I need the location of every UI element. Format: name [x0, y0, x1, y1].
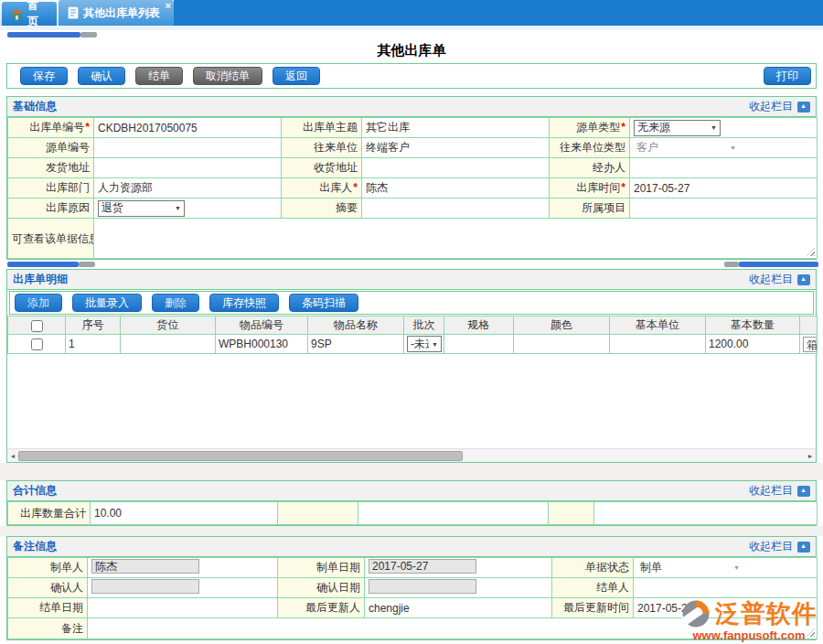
stock-snapshot-button[interactable]: 库存快照: [209, 294, 279, 312]
select-all-checkbox[interactable]: [31, 320, 43, 332]
spec-cell[interactable]: [444, 335, 514, 354]
collapse-detail-button[interactable]: 收起栏目: [749, 272, 810, 287]
required-icon: *: [621, 121, 625, 134]
summary-label: 摘要: [282, 199, 362, 219]
basic-row-1: 出库单编号* CKDBH2017050075 出库单主题 其它出库 源单类型* …: [8, 118, 818, 138]
recv-addr-field[interactable]: [362, 158, 550, 178]
scrollbar-bar[interactable]: [7, 32, 80, 38]
required-icon: *: [621, 181, 625, 194]
make-date-label: 制单日期: [278, 558, 365, 578]
source-type-select[interactable]: 无来源: [634, 120, 721, 136]
home-icon: [11, 8, 23, 20]
base-unit-cell[interactable]: [610, 335, 706, 354]
location-cell[interactable]: [121, 335, 216, 354]
resize-handle-icon[interactable]: [807, 628, 815, 637]
back-button[interactable]: 返回: [273, 67, 320, 85]
subject-field[interactable]: 其它出库: [362, 118, 550, 138]
col-item-no: 物品编号: [216, 317, 308, 335]
scrollbar-thumb[interactable]: [79, 262, 95, 267]
scrollbar-bar[interactable]: [739, 262, 818, 267]
settler-label: 结单人: [552, 578, 634, 598]
scroll-left-icon[interactable]: ◂: [8, 451, 17, 461]
col-base-qty: 基本数量: [706, 317, 800, 335]
confirm-button[interactable]: 确认: [78, 67, 125, 85]
col-spec: 规格: [444, 317, 514, 335]
section-gap: [0, 526, 823, 536]
dept-field[interactable]: 人力资源部: [94, 178, 282, 199]
batch-entry-button[interactable]: 批量录入: [72, 294, 142, 312]
section-basic: 基础信息 收起栏目 出库单编号* CKDBH2017050075 出库单主题 其…: [6, 96, 817, 260]
close-icon[interactable]: ×: [166, 1, 171, 10]
empty-label: [278, 502, 358, 525]
order-no-field[interactable]: CKDBH2017050075: [94, 118, 282, 138]
barcode-scan-button[interactable]: 条码扫描: [289, 294, 358, 312]
color-cell[interactable]: [514, 335, 610, 354]
collapse-label: 收起栏目: [749, 272, 793, 287]
section-detail-header: 出库单明细 收起栏目: [7, 270, 816, 290]
resize-handle-icon[interactable]: [807, 248, 815, 256]
settler-field[interactable]: [634, 578, 818, 598]
add-row-button[interactable]: 添加: [15, 294, 62, 312]
base-qty-cell[interactable]: 1200.00: [706, 335, 800, 354]
settle-button[interactable]: 结单: [135, 67, 183, 85]
item-no-cell[interactable]: WPBH000130: [216, 335, 308, 354]
out-time-field[interactable]: 2017-05-27: [630, 178, 818, 199]
total-qty-field[interactable]: 10.00: [91, 502, 278, 525]
collapse-remark-button[interactable]: 收起栏目: [749, 539, 810, 554]
top-scrollbar: [0, 30, 823, 39]
tab-home[interactable]: 首页: [2, 2, 57, 26]
viewers-field[interactable]: [94, 219, 818, 259]
agent-field[interactable]: [630, 158, 818, 178]
out-time-label: 出库时间*: [550, 178, 630, 199]
project-label: 所属项目: [550, 199, 630, 219]
partner-type-select[interactable]: 客户: [634, 140, 739, 156]
project-field[interactable]: [630, 199, 818, 219]
scrollbar-thumb[interactable]: [18, 451, 463, 461]
main-toolbar: 保存 确认 结单 取消结单 返回 打印: [6, 63, 817, 89]
collapse-summary-button[interactable]: 收起栏目: [749, 483, 810, 499]
print-button[interactable]: 打印: [764, 67, 811, 85]
collapse-basic-button[interactable]: 收起栏目: [749, 99, 810, 114]
partner-label: 往来单位: [282, 138, 362, 158]
note-field[interactable]: [88, 618, 818, 639]
scrollbar-thumb[interactable]: [724, 262, 739, 267]
unit-field[interactable]: 箱: [803, 337, 818, 352]
confirm-date-field: [369, 579, 476, 594]
settle-date-label: 结单日期: [8, 598, 88, 618]
section-detail: 出库单明细 收起栏目 添加 批量录入 删除 库存快照 条码扫描 序号 货位 物品…: [6, 269, 817, 463]
basic-row-4: 出库部门 人力资源部 出库人* 陈杰 出库时间* 2017-05-27: [8, 178, 818, 199]
collapse-icon: [797, 542, 810, 553]
basic-row-2: 源单编号 往来单位 终端客户 往来单位类型 客户: [8, 138, 818, 158]
collapse-label: 收起栏目: [749, 99, 793, 114]
summary-field[interactable]: [362, 199, 550, 219]
batch-select[interactable]: -未选择-: [407, 336, 442, 352]
save-button[interactable]: 保存: [20, 67, 68, 85]
cancel-settle-button[interactable]: 取消结单: [193, 67, 262, 85]
settle-date-field[interactable]: [88, 598, 278, 618]
item-name-cell[interactable]: 9SP: [308, 335, 404, 354]
partner-field[interactable]: 终端客户: [362, 138, 550, 158]
scrollbar-thumb[interactable]: [80, 32, 97, 38]
scroll-right-icon[interactable]: ▸: [806, 451, 815, 461]
detail-row-1: 1 WPBH000130 9SP -未选择- 1200.00 箱: [8, 335, 818, 354]
source-no-field[interactable]: [94, 138, 282, 158]
empty-field: [594, 502, 818, 525]
row-checkbox[interactable]: [31, 338, 43, 350]
section-detail-title: 出库单明细: [13, 272, 68, 287]
tab-outbound-list[interactable]: 其他出库单列表 ×: [59, 0, 174, 26]
seq-cell: 1: [66, 335, 121, 354]
delete-row-button[interactable]: 删除: [152, 294, 199, 312]
dept-label: 出库部门: [8, 178, 94, 199]
ship-addr-field[interactable]: [94, 158, 282, 178]
page-title: 其他出库单: [0, 39, 823, 61]
empty-field: [358, 502, 549, 525]
collapse-icon: [797, 486, 810, 497]
reason-select[interactable]: 退货: [98, 200, 185, 217]
section-gap: [0, 463, 823, 480]
app-window: 首页 其他出库单列表 × 其他出库单 保存 确认 结单 取消结单 返回 打印: [0, 0, 823, 644]
status-select[interactable]: 制单: [637, 560, 743, 576]
scrollbar-bar[interactable]: [7, 262, 79, 267]
section-summary: 合计信息 收起栏目 出库数量合计 10.00: [6, 480, 817, 526]
out-person-field[interactable]: 陈杰: [362, 178, 550, 199]
basic-row-6: 可查看该单据信息的人员: [8, 219, 818, 259]
